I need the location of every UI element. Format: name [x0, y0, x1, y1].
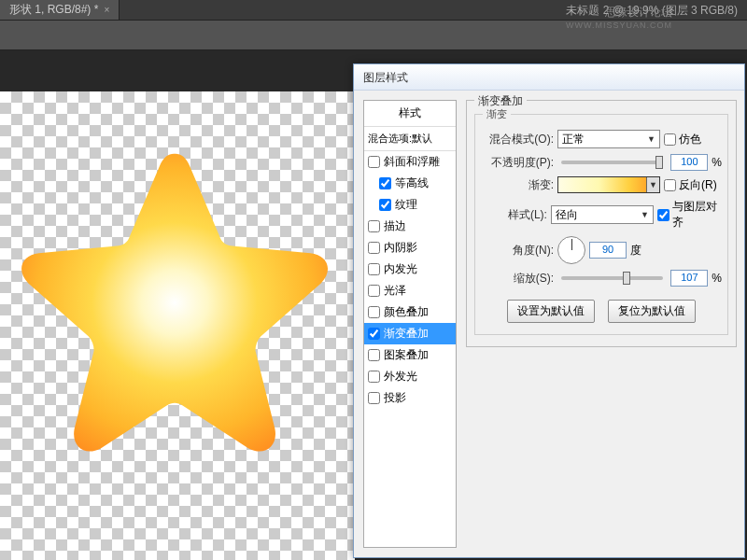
opacity-input[interactable]: 100	[670, 154, 708, 171]
style-gradient-overlay[interactable]: 渐变叠加	[364, 323, 456, 344]
angle-label: 角度(N):	[481, 243, 554, 259]
percent-label: %	[712, 156, 722, 169]
chevron-down-icon: ▼	[649, 180, 657, 189]
checkbox[interactable]	[379, 199, 391, 211]
checkbox[interactable]	[368, 242, 380, 254]
chevron-down-icon: ▼	[647, 134, 655, 144]
set-default-button[interactable]: 设置为默认值	[507, 300, 595, 323]
checkbox[interactable]	[368, 349, 380, 361]
style-drop-shadow[interactable]: 投影	[364, 387, 456, 409]
style-texture[interactable]: 纹理	[364, 194, 456, 216]
style-contour[interactable]: 等高线	[364, 173, 456, 194]
checkbox[interactable]	[368, 328, 380, 340]
style-pattern-overlay[interactable]: 图案叠加	[364, 344, 456, 366]
scale-input[interactable]: 107	[670, 270, 708, 287]
percent-label: %	[712, 272, 722, 285]
style-inner-glow[interactable]: 内发光	[364, 259, 456, 280]
dither-checkbox[interactable]: 仿色	[664, 132, 701, 147]
align-checkbox[interactable]: 与图层对齐	[657, 199, 722, 231]
blend-mode-label: 混合模式(O):	[481, 132, 554, 147]
angle-input[interactable]: 90	[589, 242, 627, 259]
styles-list: 样式 混合选项:默认 斜面和浮雕 等高线 纹理 描边 内阴影 内发光 光泽 颜色…	[363, 100, 457, 548]
layer-style-dialog: 图层样式 样式 混合选项:默认 斜面和浮雕 等高线 纹理 描边 内阴影 内发光 …	[353, 63, 745, 558]
blend-mode-select[interactable]: 正常▼	[557, 130, 660, 148]
scale-slider[interactable]	[561, 276, 663, 280]
checkbox[interactable]	[368, 371, 380, 383]
checkbox[interactable]	[379, 177, 391, 189]
opacity-label: 不透明度(P):	[481, 155, 554, 171]
document-tab-1[interactable]: 形状 1, RGB/8#) * ×	[0, 0, 120, 20]
style-bevel[interactable]: 斜面和浮雕	[364, 151, 456, 173]
opacity-slider[interactable]	[561, 161, 663, 164]
gradient-picker[interactable]: ▼	[557, 176, 660, 193]
checkbox[interactable]	[368, 220, 380, 232]
tab-label: 形状 1, RGB/8#) *	[9, 2, 98, 18]
style-inner-shadow[interactable]: 内阴影	[364, 237, 456, 259]
dialog-title: 图层样式	[354, 64, 744, 91]
checkbox[interactable]	[368, 285, 380, 297]
degree-label: 度	[630, 243, 641, 259]
checkbox[interactable]	[368, 156, 380, 168]
scale-label: 缩放(S):	[481, 271, 554, 287]
reset-default-button[interactable]: 复位为默认值	[608, 300, 696, 323]
style-stroke[interactable]: 描边	[364, 216, 456, 237]
style-satin[interactable]: 光泽	[364, 280, 456, 301]
style-outer-glow[interactable]: 外发光	[364, 366, 456, 387]
watermark: 思缘设计论坛 WWW.MISSYUAN.COM	[566, 6, 672, 32]
gradient-label: 渐变:	[481, 177, 554, 193]
chevron-down-icon: ▼	[641, 210, 649, 219]
styles-header[interactable]: 样式	[364, 101, 456, 127]
checkbox[interactable]	[368, 306, 380, 318]
blend-options-header[interactable]: 混合选项:默认	[364, 127, 456, 151]
checkbox[interactable]	[368, 392, 380, 404]
style-color-overlay[interactable]: 颜色叠加	[364, 301, 456, 323]
style-label: 样式(L):	[481, 207, 547, 223]
subgroup-title: 渐变	[483, 107, 511, 121]
checkbox[interactable]	[368, 263, 380, 275]
angle-dial[interactable]	[557, 236, 585, 264]
reverse-checkbox[interactable]: 反向(R)	[664, 177, 717, 193]
gradient-style-select[interactable]: 径向▼	[551, 205, 654, 224]
star-shape	[0, 123, 362, 497]
close-icon[interactable]: ×	[104, 5, 109, 15]
